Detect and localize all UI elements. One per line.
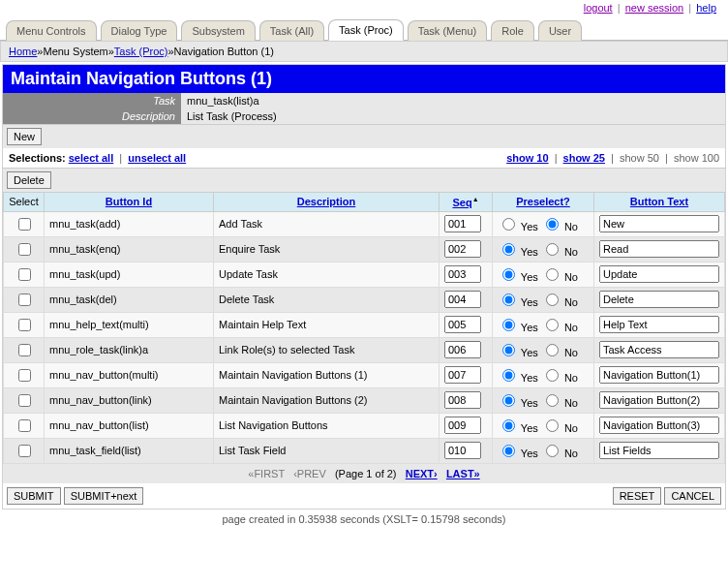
row-select[interactable] bbox=[18, 369, 31, 382]
table-row: mnu_nav_button(list)List Navigation Butt… bbox=[4, 413, 725, 438]
pager-next[interactable]: NEXT› bbox=[406, 468, 438, 479]
selections-label: Selections: bbox=[9, 152, 66, 164]
cell-button-id: mnu_task(del) bbox=[45, 287, 214, 312]
preselect-no[interactable] bbox=[546, 218, 559, 231]
seq-input[interactable] bbox=[444, 265, 481, 283]
button-text-input[interactable] bbox=[599, 366, 719, 384]
preselect-no[interactable] bbox=[546, 419, 559, 432]
col-button-id[interactable]: Button Id bbox=[45, 193, 214, 212]
delete-button[interactable]: Delete bbox=[7, 171, 51, 189]
col-button-text[interactable]: Button Text bbox=[594, 193, 725, 212]
new-session-link[interactable]: new session bbox=[625, 2, 684, 14]
preselect-yes[interactable] bbox=[502, 243, 515, 256]
button-text-input[interactable] bbox=[599, 215, 719, 232]
pager-last[interactable]: LAST» bbox=[446, 468, 480, 479]
cell-description: Update Task bbox=[213, 262, 439, 287]
cell-description: Maintain Help Text bbox=[213, 312, 439, 337]
page-title: Maintain Navigation Buttons (1) bbox=[3, 65, 725, 93]
row-select[interactable] bbox=[18, 294, 31, 306]
seq-input[interactable] bbox=[444, 240, 481, 258]
submit-button[interactable]: SUBMIT bbox=[7, 487, 61, 505]
seq-input[interactable] bbox=[444, 215, 481, 232]
show50-link[interactable]: show 50 bbox=[620, 152, 659, 164]
preselect-yes[interactable] bbox=[502, 419, 515, 432]
row-select[interactable] bbox=[18, 243, 31, 256]
seq-input[interactable] bbox=[444, 366, 481, 384]
col-description[interactable]: Description bbox=[213, 193, 439, 212]
preselect-yes[interactable] bbox=[502, 294, 515, 306]
button-text-input[interactable] bbox=[599, 442, 719, 459]
preselect-no[interactable] bbox=[546, 319, 559, 331]
tab-task-proc-[interactable]: Task (Proc) bbox=[328, 19, 404, 41]
row-select[interactable] bbox=[18, 268, 31, 281]
cell-button-id: mnu_nav_button(multi) bbox=[45, 362, 214, 387]
seq-input[interactable] bbox=[444, 316, 481, 333]
table-row: mnu_task(upd)Update Task Yes No bbox=[4, 262, 725, 287]
preselect-yes[interactable] bbox=[502, 344, 515, 356]
row-select[interactable] bbox=[18, 419, 31, 432]
row-select[interactable] bbox=[18, 344, 31, 356]
unselect-all-link[interactable]: unselect all bbox=[128, 152, 186, 164]
help-link[interactable]: help bbox=[696, 2, 716, 14]
show10-link[interactable]: show 10 bbox=[506, 152, 548, 164]
button-text-input[interactable] bbox=[599, 291, 719, 308]
new-button[interactable]: New bbox=[7, 128, 42, 145]
breadcrumb: Home»Menu System»Task (Proc)»Navigation … bbox=[0, 41, 728, 62]
row-select[interactable] bbox=[18, 445, 31, 457]
pager-first: «FIRST bbox=[248, 468, 285, 479]
cell-description: Maintain Navigation Buttons (1) bbox=[213, 362, 439, 387]
button-text-input[interactable] bbox=[599, 265, 719, 283]
tab-user[interactable]: User bbox=[538, 20, 582, 41]
preselect-yes[interactable] bbox=[502, 445, 515, 457]
preselect-no[interactable] bbox=[546, 344, 559, 356]
seq-input[interactable] bbox=[444, 417, 481, 434]
preselect-no[interactable] bbox=[546, 369, 559, 382]
row-select[interactable] bbox=[18, 319, 31, 331]
preselect-yes[interactable] bbox=[502, 268, 515, 281]
cell-button-id: mnu_task(add) bbox=[45, 211, 214, 236]
table-row: mnu_task_field(list)List Task Field Yes … bbox=[4, 438, 725, 463]
seq-input[interactable] bbox=[444, 391, 481, 409]
hdr-desc-value: List Task (Process) bbox=[181, 108, 725, 124]
bc-home[interactable]: Home bbox=[9, 46, 37, 57]
reset-button[interactable]: RESET bbox=[613, 487, 662, 505]
button-text-input[interactable] bbox=[599, 417, 719, 434]
cell-button-id: mnu_task_field(list) bbox=[45, 438, 214, 463]
tab-dialog-type[interactable]: Dialog Type bbox=[101, 20, 178, 41]
submit-next-button[interactable]: SUBMIT+next bbox=[64, 487, 144, 505]
preselect-yes[interactable] bbox=[502, 218, 515, 231]
hdr-task-label: Task bbox=[3, 93, 181, 108]
preselect-no[interactable] bbox=[546, 268, 559, 281]
tab-task-all-[interactable]: Task (All) bbox=[259, 20, 324, 41]
row-select[interactable] bbox=[18, 218, 31, 231]
row-select[interactable] bbox=[18, 394, 31, 407]
preselect-no[interactable] bbox=[546, 394, 559, 407]
button-text-input[interactable] bbox=[599, 341, 719, 358]
tab-subsystem[interactable]: Subsystem bbox=[181, 20, 255, 41]
show100-link[interactable]: show 100 bbox=[674, 152, 719, 164]
preselect-no[interactable] bbox=[546, 445, 559, 457]
button-text-input[interactable] bbox=[599, 240, 719, 258]
logout-link[interactable]: logout bbox=[584, 2, 613, 14]
show25-link[interactable]: show 25 bbox=[563, 152, 605, 164]
button-text-input[interactable] bbox=[599, 316, 719, 333]
preselect-no[interactable] bbox=[546, 243, 559, 256]
select-all-link[interactable]: select all bbox=[69, 152, 113, 164]
button-text-input[interactable] bbox=[599, 391, 719, 409]
preselect-yes[interactable] bbox=[502, 369, 515, 382]
col-seq[interactable]: Seq▲ bbox=[440, 193, 493, 212]
cell-description: Add Task bbox=[213, 211, 439, 236]
tab-role[interactable]: Role bbox=[491, 20, 534, 41]
tab-menu-controls[interactable]: Menu Controls bbox=[6, 20, 97, 41]
cancel-button[interactable]: CANCEL bbox=[664, 487, 721, 505]
seq-input[interactable] bbox=[444, 442, 481, 459]
table-row: mnu_task(del)Delete Task Yes No bbox=[4, 287, 725, 312]
bc-task-proc[interactable]: Task (Proc) bbox=[114, 46, 168, 57]
tab-task-menu-[interactable]: Task (Menu) bbox=[408, 20, 488, 41]
preselect-no[interactable] bbox=[546, 294, 559, 306]
preselect-yes[interactable] bbox=[502, 319, 515, 331]
preselect-yes[interactable] bbox=[502, 394, 515, 407]
seq-input[interactable] bbox=[444, 341, 481, 358]
seq-input[interactable] bbox=[444, 291, 481, 308]
col-preselect[interactable]: Preselect? bbox=[493, 193, 594, 212]
